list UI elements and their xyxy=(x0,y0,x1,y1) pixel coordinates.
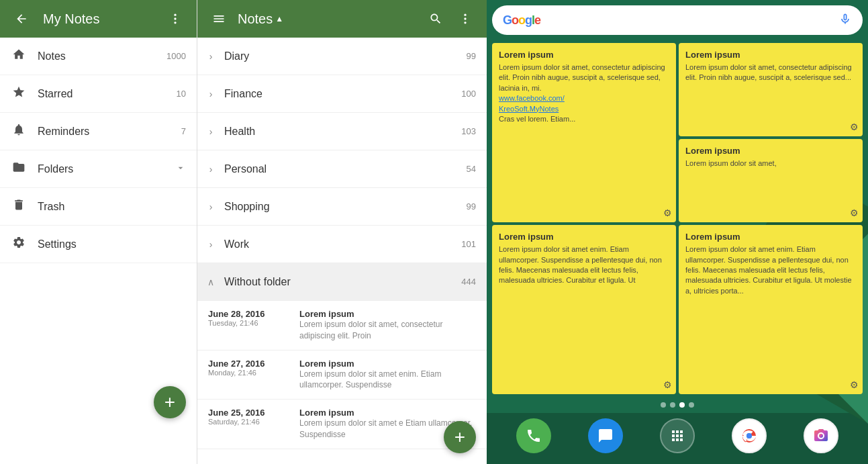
folder-shopping-count: 99 xyxy=(467,201,476,212)
more-options-icon[interactable] xyxy=(164,8,186,30)
back-icon[interactable] xyxy=(11,8,32,30)
notes-panel: Notes ▲ › Diary 99 › Finance 100 › Healt… xyxy=(197,0,487,464)
notes-label: Notes xyxy=(38,50,156,62)
folders-label: Folders xyxy=(38,163,96,175)
sub-note-date-0: June 28, 2016 Tuesday, 21:46 xyxy=(208,309,289,342)
chevron-right-icon: › xyxy=(203,51,219,62)
folder-finance[interactable]: › Finance 100 xyxy=(197,75,487,113)
notes-count: 1000 xyxy=(166,51,186,61)
sidebar-item-notes[interactable]: Notes 1000 xyxy=(0,38,197,75)
home-dock xyxy=(487,413,868,464)
card2-body: Lorem ipsum dolor sit amet, consectetur … xyxy=(685,62,856,83)
sidebar-item-settings[interactable]: Settings xyxy=(0,226,197,263)
starred-count: 10 xyxy=(177,89,186,99)
sidebar-panel: My Notes Notes 1000 Starred 10 Reminders… xyxy=(0,0,197,464)
folder-shopping[interactable]: › Shopping 99 xyxy=(197,188,487,226)
card5-gear-icon[interactable]: ⚙ xyxy=(850,379,859,390)
chevron-right-icon: › xyxy=(203,126,219,137)
sidebar-title: My Notes xyxy=(43,11,154,27)
folder-health[interactable]: › Health 103 xyxy=(197,113,487,150)
sub-note-1[interactable]: June 27, 2016 Monday, 21:46 Lorem ipsum … xyxy=(197,351,487,400)
card2-title: Lorem ipsum xyxy=(685,50,856,60)
folder-personal[interactable]: › Personal 54 xyxy=(197,150,487,188)
chevron-right-icon: › xyxy=(203,164,219,175)
folder-personal-count: 54 xyxy=(467,164,476,174)
settings-icon xyxy=(11,236,27,252)
dot-4 xyxy=(689,402,694,408)
svg-point-5 xyxy=(464,21,466,24)
svg-point-7 xyxy=(747,434,751,438)
sub-note-date-1: June 27, 2016 Monday, 21:46 xyxy=(208,359,289,391)
title-arrow-icon: ▲ xyxy=(275,14,283,24)
google-logo: Google xyxy=(503,13,540,28)
note-card-2[interactable]: Lorem ipsum Lorem ipsum dolor sit amet, … xyxy=(679,43,863,136)
trash-label: Trash xyxy=(38,201,186,213)
chrome-dock-icon[interactable] xyxy=(732,418,767,453)
sub-note-0[interactable]: June 28, 2016 Tuesday, 21:46 Lorem ipsum… xyxy=(197,301,487,351)
card1-title: Lorem ipsum xyxy=(499,50,669,60)
sidebar-item-folders[interactable]: Folders xyxy=(0,150,197,188)
folder-personal-label: Personal xyxy=(224,163,461,175)
reminders-label: Reminders xyxy=(38,126,171,138)
card3-body: Lorem ipsum dolor sit amet enim. Etiam u… xyxy=(499,244,669,286)
sidebar-header: My Notes xyxy=(0,0,197,38)
add-note-fab[interactable]: + xyxy=(154,386,186,418)
notes-header: Notes ▲ xyxy=(197,0,487,38)
card3-gear-icon[interactable]: ⚙ xyxy=(663,379,672,390)
search-icon[interactable] xyxy=(425,8,446,30)
sidebar-item-starred[interactable]: Starred 10 xyxy=(0,75,197,113)
note-card-5[interactable]: Lorem ipsum Lorem ipsum dolor sit amet e… xyxy=(679,225,863,394)
dot-3-active xyxy=(679,402,685,408)
folder-without-folder[interactable]: ∧ Without folder 444 xyxy=(197,263,487,301)
camera-dock-icon[interactable] xyxy=(804,418,838,453)
note-card-1[interactable]: Lorem ipsum Lorem ipsum dolor sit amet, … xyxy=(492,43,676,222)
card3-title: Lorem ipsum xyxy=(499,232,669,242)
apps-dock-icon[interactable] xyxy=(660,418,695,453)
messages-dock-icon[interactable] xyxy=(588,418,623,453)
note-card-4[interactable]: Lorem ipsum Lorem ipsum dolor sit amet, … xyxy=(679,139,863,222)
svg-point-0 xyxy=(174,14,176,16)
folder-diary-label: Diary xyxy=(224,50,461,62)
more-options-notes-icon[interactable] xyxy=(454,8,476,30)
folder-without-label: Without folder xyxy=(224,276,456,288)
sub-note-2[interactable]: June 25, 2016 Saturday, 21:46 Lorem ipsu… xyxy=(197,400,487,449)
folder-health-count: 103 xyxy=(461,126,476,136)
hamburger-icon[interactable] xyxy=(208,8,230,30)
svg-point-1 xyxy=(174,17,176,19)
notes-panel-title: Notes xyxy=(238,11,273,27)
card1-link: www.facebook.com/KreoSoft.MyNotes xyxy=(499,94,565,112)
chevron-down-icon xyxy=(175,163,186,175)
sidebar-item-reminders[interactable]: Reminders 7 xyxy=(0,113,197,150)
folder-work[interactable]: › Work 101 xyxy=(197,226,487,263)
folder-icon xyxy=(11,160,27,177)
sub-note-date-2: June 25, 2016 Saturday, 21:46 xyxy=(208,408,289,440)
starred-label: Starred xyxy=(38,88,166,100)
settings-label: Settings xyxy=(38,238,186,250)
note-card-3[interactable]: Lorem ipsum Lorem ipsum dolor sit amet e… xyxy=(492,225,676,394)
card4-gear-icon[interactable]: ⚙ xyxy=(850,207,859,218)
folder-health-label: Health xyxy=(224,126,456,138)
card4-title: Lorem ipsum xyxy=(685,146,856,156)
sidebar-item-trash[interactable]: Trash xyxy=(0,188,197,226)
notes-title-wrap[interactable]: Notes ▲ xyxy=(238,11,417,27)
microphone-icon[interactable] xyxy=(838,12,852,29)
card1-gear-icon[interactable]: ⚙ xyxy=(663,207,672,218)
chevron-down-expanded-icon: ∧ xyxy=(203,277,219,287)
chevron-right-icon: › xyxy=(203,201,219,212)
folder-list: › Diary 99 › Finance 100 › Health 103 › … xyxy=(197,38,487,301)
svg-point-4 xyxy=(464,17,466,19)
card2-gear-icon[interactable]: ⚙ xyxy=(850,122,859,132)
add-note-fab-2[interactable]: + xyxy=(444,421,476,453)
phone-dock-icon[interactable] xyxy=(516,418,551,453)
google-search-bar[interactable]: Google xyxy=(492,5,863,35)
folder-diary[interactable]: › Diary 99 xyxy=(197,38,487,75)
folder-work-count: 101 xyxy=(461,239,476,249)
reminder-icon xyxy=(11,123,27,140)
star-icon xyxy=(11,85,27,102)
trash-icon xyxy=(11,198,27,215)
svg-point-2 xyxy=(174,21,176,24)
widget-panel: Google Lorem ipsum Lorem ipsum dolor sit… xyxy=(487,0,868,464)
page-indicator xyxy=(487,397,868,413)
folder-finance-count: 100 xyxy=(461,89,476,99)
dot-1 xyxy=(661,402,666,408)
